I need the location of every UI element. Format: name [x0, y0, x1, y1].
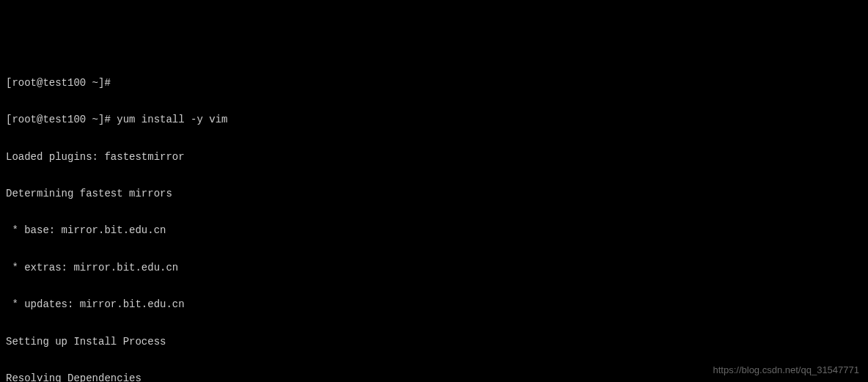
terminal-line: [root@test100 ~]# yum install -y vim — [6, 114, 862, 126]
terminal-output: [root@test100 ~]# [root@test100 ~]# yum … — [6, 52, 862, 382]
terminal-line: Setting up Install Process — [6, 336, 862, 348]
watermark-text: https://blog.csdn.net/qq_31547771 — [713, 364, 860, 376]
terminal-line: * base: mirror.bit.edu.cn — [6, 224, 862, 237]
terminal-line: * extras: mirror.bit.edu.cn — [6, 262, 862, 274]
terminal-line: * updates: mirror.bit.edu.cn — [6, 298, 862, 311]
terminal-line: [root@test100 ~]# — [6, 77, 862, 89]
terminal-line: Loaded plugins: fastestmirror — [6, 151, 862, 164]
terminal-line: Determining fastest mirrors — [6, 188, 862, 200]
